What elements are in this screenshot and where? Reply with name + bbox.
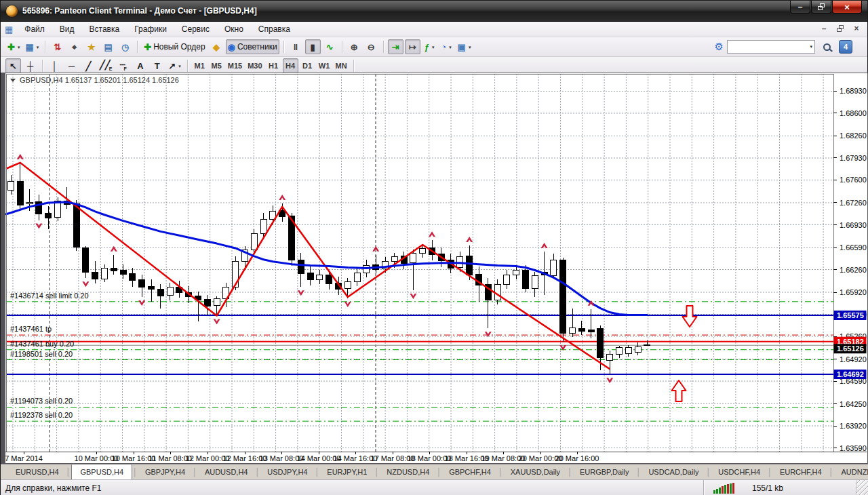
line-chart-mode[interactable]: ∿ [322,39,338,54]
new-chart[interactable]: ✚▾ [5,39,22,54]
gear-icon[interactable]: ⚙ [715,41,724,53]
menu-item-charts[interactable]: Графики [127,22,174,36]
timeframe-d1[interactable]: D1 [300,58,315,73]
tab-usdjpyh4[interactable]: USDJPY,H4 [260,465,314,479]
timeframe-m5[interactable]: M5 [209,58,224,73]
candle [344,281,351,288]
periods[interactable]: ◔▾ [439,39,454,54]
tab-eurchfh4[interactable]: EURCHF,H4 [773,465,829,479]
timeframe-m1[interactable]: M1 [192,58,208,73]
menu-item-view[interactable]: Вид [52,22,82,36]
menu-item-help[interactable]: Справка [251,22,298,36]
tab-eurusdh4[interactable]: EURUSD,H4 [9,465,66,479]
candle [17,181,23,205]
chart-canvas[interactable]: #1436714 sell limit 0.20#1437461 tp#1437… [1,73,868,464]
line-chart-mode-icon: ∿ [326,43,334,52]
new-order-button[interactable]: ✚Новый Ордер [142,39,207,54]
candle [391,257,397,262]
candlestick-mode-icon: ▮ [311,43,315,52]
horizontal-line-tool[interactable]: ─ [64,58,79,73]
trendline-tool[interactable]: ╱ [81,58,96,73]
mql-community-icon[interactable]: 4 [839,40,852,54]
metaeditor-icon: ◆ [213,43,220,52]
order-label: #1192378 sell 0.20 [10,411,73,419]
timeframe-h1[interactable]: H1 [266,58,281,73]
connection-bar [727,484,729,494]
tab-separator: │ [829,468,835,476]
text-label-tool[interactable]: T [149,58,165,73]
maximize-button[interactable] [811,1,831,14]
minimize-button[interactable]: – [790,1,810,14]
navigator[interactable]: ★ [83,39,99,54]
timeframe-m15[interactable]: M15 [226,58,244,73]
child-close-button[interactable]: × [851,23,862,34]
menu-item-window[interactable]: Окно [217,22,251,36]
chevron-down-icon[interactable]: ▾ [810,44,814,50]
profiles[interactable]: ▦▾ [23,39,41,54]
bar-chart-mode[interactable]: ‖ [288,39,304,54]
equidistant-channel-tool[interactable]: ╱╱E [98,58,114,73]
tab-usdcaddaily[interactable]: USDCAD,Daily [642,465,705,479]
toolbar-separator [42,60,43,72]
text-tool[interactable]: A [132,58,148,73]
menu-item-file[interactable]: Файл [17,22,52,36]
tab-usdchfh4[interactable]: USDCHF,H4 [711,465,767,479]
timeframe-h4[interactable]: H4 [283,58,298,73]
new-order-button-label: Новый Ордер [153,43,205,51]
metaeditor[interactable]: ◆ [209,39,224,54]
child-minimize-button[interactable]: – [818,23,829,34]
arrows-tool[interactable]: ↗▾ [166,58,182,73]
order-label: #1198501 sell 0.20 [10,350,73,358]
auto-scroll[interactable]: ⇥ [388,39,403,54]
price-tick-label: 1.67600 [840,176,867,184]
menu-item-tools[interactable]: Сервис [174,22,217,36]
connection-bar [722,486,724,494]
vertical-line-tool[interactable]: │ [47,58,62,73]
market-watch[interactable]: ⇅ [50,39,65,54]
templates[interactable]: ▣▾ [456,39,473,54]
data-window-icon: ⌖ [72,43,77,52]
tab-separator: │ [314,468,320,476]
indicators[interactable]: ƒ▾ [422,39,437,54]
chart-shift[interactable]: ↦ [405,39,420,54]
candle [513,270,519,275]
tab-nzdusdh4[interactable]: NZDUSD,H4 [380,465,436,479]
expert-advisors-button[interactable]: ◉Советники [226,39,279,54]
menu-item-insert[interactable]: Вставка [82,22,127,36]
search-button[interactable] [819,39,835,54]
tab-xauusddaily[interactable]: XAUUSD,Daily [504,465,567,479]
indicators-icon: ƒ [425,43,429,52]
resize-grip[interactable] [856,480,868,495]
timeframe-mn[interactable]: MN [334,58,349,73]
zoom-in[interactable]: ⊕ [347,39,362,54]
terminal[interactable]: ▤ [100,39,116,54]
vertical-line-tool-icon: │ [52,62,57,71]
zoom-out[interactable]: ⊖ [363,39,379,54]
candlestick-mode[interactable]: ▮ [305,39,321,54]
tab-gbpjpyh4[interactable]: GBPJPY,H4 [138,465,192,479]
tab-eurjpyh1[interactable]: EURJPY,H1 [320,465,374,479]
close-button[interactable]: × [832,1,862,14]
tab-audusdh4[interactable]: AUDUSD,H4 [198,465,255,479]
chart-area: #1436714 sell limit 0.20#1437461 tp#1437… [1,73,868,464]
tab-separator: │ [705,468,711,476]
tab-gbpusdh4[interactable]: GBPUSD,H4 [71,464,132,480]
fibonacci-tool[interactable]: ┄F [115,58,131,73]
candle [120,270,126,274]
crosshair-tool[interactable]: ┼ [22,58,38,73]
timeframe-m30[interactable]: M30 [245,58,264,73]
connection-bars-icon [713,483,734,494]
tab-eurgbpdaily[interactable]: EURGBP,Daily [573,465,636,479]
tab-gbpchfh4[interactable]: GBPCHF,H4 [442,465,498,479]
chart-window-icon: ▦ [3,24,17,35]
cursor-tool[interactable]: ↖ [5,58,21,73]
date-tick-label: 20 Mar 16:00 [555,454,599,462]
tab-audnzdh4[interactable]: AUDNZD,H4 [834,465,868,479]
strategy-tester[interactable]: ◷ [117,39,133,54]
child-restore-button[interactable] [835,23,846,34]
search-input[interactable] [728,42,809,52]
timeframe-w1[interactable]: W1 [317,58,332,73]
connection-status: 155/1 kb [703,480,856,495]
cursor-tool-icon: ↖ [9,62,17,71]
data-window[interactable]: ⌖ [66,39,82,54]
